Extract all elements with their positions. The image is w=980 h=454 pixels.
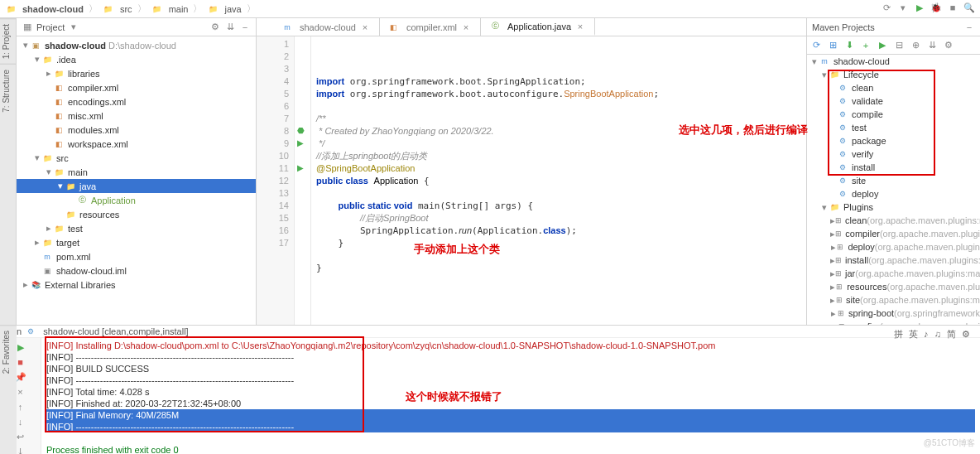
- collapse-icon[interactable]: ⇊: [926, 40, 938, 51]
- tree-node[interactable]: ◧workspace.xml: [17, 137, 256, 151]
- editor-tab[interactable]: mshadow-cloud×: [273, 18, 380, 36]
- tree-node[interactable]: ▸📁test: [17, 221, 256, 235]
- gear-icon: ⚙: [837, 188, 848, 200]
- maven-plugin[interactable]: ▸⊞deploy (org.apache.maven.plugin: [807, 240, 980, 254]
- tree-node[interactable]: ◧encodings.xml: [17, 94, 256, 109]
- toggle-icon[interactable]: ⊕: [910, 40, 921, 51]
- maven-root[interactable]: ▾mshadow-cloud: [807, 55, 980, 68]
- breadcrumb-item[interactable]: 📁shadow-cloud: [5, 3, 84, 15]
- folder-icon: 📁: [53, 68, 65, 80]
- debug-icon[interactable]: 🐞: [930, 2, 942, 13]
- run-gutter-icon[interactable]: ▶: [297, 138, 304, 147]
- panel-header: ▦Project▾ ⚙⇊−: [17, 18, 256, 36]
- maven-plugin[interactable]: ▸⊞clean (org.apache.maven.plugins:m: [807, 214, 980, 227]
- close-icon[interactable]: ×: [574, 21, 586, 32]
- left-tool-tabs-bottom: 2: Favorites: [0, 325, 17, 454]
- editor-tab[interactable]: ◧compiler.xml×: [380, 18, 481, 36]
- maven-plugin[interactable]: ▸⊞spring-boot (org.springframework: [807, 307, 980, 320]
- tree-node[interactable]: 📁resources: [17, 207, 256, 221]
- tree-node[interactable]: ◧misc.xml: [17, 109, 256, 123]
- tab-project[interactable]: 1: Project: [0, 18, 16, 64]
- hide-icon[interactable]: −: [963, 22, 975, 33]
- tree-root[interactable]: ▾▣shadow-cloud D:\shadow-cloud: [17, 38, 256, 52]
- tree-node[interactable]: ▾📁main: [17, 165, 256, 179]
- annotation-text: 这个时候就不报错了: [406, 389, 502, 404]
- build-icon[interactable]: ⟳: [881, 2, 892, 13]
- hide-icon[interactable]: −: [239, 22, 251, 33]
- tree-node[interactable]: ◧modules.xml: [17, 123, 256, 137]
- run-icon[interactable]: ▶: [877, 40, 888, 51]
- tree-node[interactable]: ▸📁target: [17, 235, 256, 249]
- annotation-box: [828, 70, 935, 176]
- plugin-icon: ⊞: [837, 321, 846, 325]
- iml-icon: ▣: [41, 265, 53, 277]
- xml-icon: ◧: [388, 22, 400, 33]
- maven-plugin[interactable]: ▸⊞surefire (org.apache.maven.plugi: [807, 320, 980, 325]
- panel-title: Project: [36, 22, 65, 32]
- run-gutter-icon[interactable]: ⬣: [297, 126, 305, 135]
- maven-plugin[interactable]: ▸⊞site (org.apache.maven.plugins:m: [807, 293, 980, 307]
- close-icon[interactable]: ×: [460, 22, 472, 33]
- breadcrumb-item[interactable]: 📁src: [103, 3, 132, 15]
- maven-plugin[interactable]: ▸⊞install (org.apache.maven.plugins:: [807, 254, 980, 267]
- line-numbers: 1234567891011121314151617: [257, 36, 295, 325]
- folder-icon: 📁: [5, 3, 17, 15]
- run-icon[interactable]: ▶: [914, 2, 925, 13]
- dropdown-icon[interactable]: ▾: [897, 2, 909, 13]
- maven-plugins[interactable]: ▾📁Plugins: [807, 200, 980, 214]
- console-output[interactable]: [INFO] Installing D:\shadow-cloud\pom.xm…: [41, 338, 980, 454]
- maven-goal[interactable]: ⚙deploy: [807, 187, 980, 200]
- generate-icon[interactable]: ⊞: [827, 40, 838, 51]
- tab-structure[interactable]: 7: Structure: [0, 64, 16, 118]
- editor-area: mshadow-cloud× ◧compiler.xml× ⓒApplicati…: [257, 18, 806, 325]
- tree-node[interactable]: ◧compiler.xml: [17, 80, 256, 94]
- gear-icon[interactable]: ⚙: [209, 22, 221, 33]
- search-icon[interactable]: 🔍: [963, 2, 975, 13]
- maven-plugin[interactable]: ▸⊞compiler (org.apache.maven.plugi: [807, 227, 980, 240]
- tree-node[interactable]: ▸📁libraries: [17, 66, 256, 80]
- folder-icon: 📁: [53, 223, 65, 234]
- refresh-icon[interactable]: ⟳: [810, 40, 822, 51]
- folder-icon: 📁: [53, 167, 65, 178]
- folder-icon: 📁: [41, 54, 53, 65]
- folder-icon: 📁: [41, 237, 53, 249]
- folder-icon: 📁: [829, 201, 840, 213]
- editor-tab-active[interactable]: ⓒApplication.java×: [481, 18, 595, 36]
- maven-icon: m: [281, 22, 293, 33]
- code-content[interactable]: import org.springframework.boot.SpringAp…: [311, 36, 806, 325]
- dropdown-icon[interactable]: ▾: [68, 22, 79, 33]
- breadcrumb-item[interactable]: 📁java: [207, 3, 241, 15]
- plugin-icon: ⊞: [836, 241, 844, 253]
- tree-node[interactable]: ▣shadow-cloud.iml: [17, 263, 256, 278]
- chevron-right-icon: 〉: [193, 2, 202, 15]
- xml-icon: ◧: [53, 138, 65, 150]
- breadcrumb: 📁shadow-cloud 〉 📁src 〉 📁main 〉 📁java 〉 ⟳…: [0, 0, 980, 18]
- stop-icon[interactable]: ■: [947, 2, 958, 13]
- tree-node[interactable]: ⓒApplication: [17, 193, 256, 207]
- breadcrumb-item[interactable]: 📁main: [151, 3, 189, 15]
- tab-favorites[interactable]: 2: Favorites: [0, 325, 17, 379]
- tree-node[interactable]: ▾📁.idea: [17, 52, 256, 66]
- tree-node[interactable]: ▸📚External Libraries: [17, 278, 256, 292]
- maven-title: Maven Projects: [812, 22, 960, 32]
- maven-plugin[interactable]: ▸⊞resources (org.apache.maven.plu: [807, 280, 980, 293]
- module-icon: ▣: [30, 40, 41, 51]
- maven-plugin[interactable]: ▸⊞jar (org.apache.maven.plugins:mav: [807, 267, 980, 280]
- tree-node[interactable]: mpom.xml: [17, 249, 256, 263]
- library-icon: 📚: [30, 279, 41, 291]
- tree-node-selected[interactable]: ▾📁java: [17, 179, 256, 193]
- folder-icon: 📁: [103, 3, 114, 15]
- tree-node[interactable]: ▾📁src: [17, 151, 256, 165]
- settings-icon[interactable]: ⚙: [943, 40, 954, 51]
- xml-icon: ◧: [53, 110, 65, 122]
- maven-icon: m: [819, 56, 830, 67]
- add-icon[interactable]: +: [860, 40, 872, 51]
- execute-icon[interactable]: ⊟: [893, 40, 905, 51]
- plugin-icon: ⊞: [837, 307, 846, 319]
- collapse-icon[interactable]: ⇊: [224, 22, 236, 33]
- gutter-marks: ⬣ ▶ ▶: [295, 36, 311, 325]
- run-gutter-icon[interactable]: ▶: [297, 163, 304, 172]
- close-icon[interactable]: ×: [359, 22, 371, 33]
- maven-goal[interactable]: ⚙site: [807, 174, 980, 187]
- download-icon[interactable]: ⬇: [843, 40, 855, 51]
